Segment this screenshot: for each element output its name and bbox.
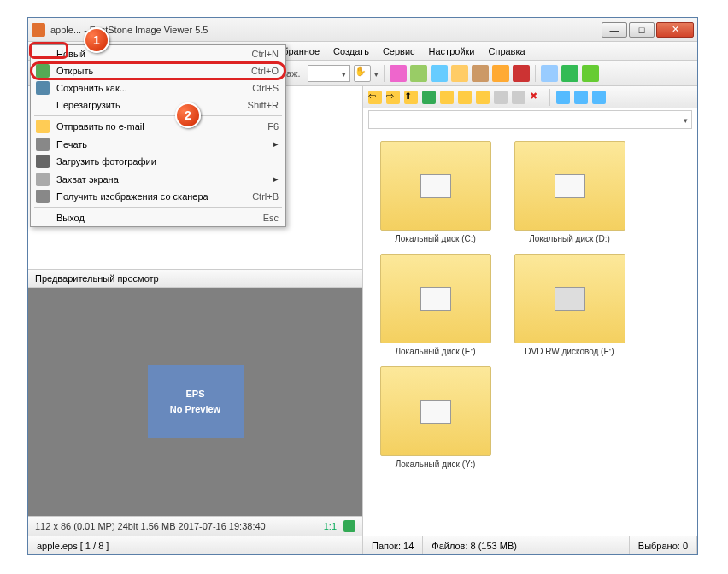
status-selected: Выбрано: 0 — [630, 536, 697, 554]
drive-folder-icon — [380, 141, 491, 231]
folder-icon[interactable] — [458, 91, 472, 104]
toolbar-dropdown[interactable] — [308, 65, 350, 82]
app-icon — [32, 23, 45, 37]
preview-info-bar: 112 x 86 (0.01 MP) 24bit 1.56 MB 2017-07… — [28, 516, 362, 536]
camera-icon — [36, 155, 50, 168]
view-details-icon[interactable] — [574, 91, 588, 104]
menu-exit[interactable]: Выход Esc — [31, 209, 285, 226]
nav-toolbar: ⇦ ⇨ ⬆ ✖ — [363, 86, 697, 108]
drive-c[interactable]: Локальный диск (C:) — [373, 141, 497, 243]
history-icon[interactable] — [476, 91, 490, 104]
no-preview-label: No Preview — [170, 404, 220, 414]
drive-folder-icon — [514, 254, 625, 343]
callout-1: 1 — [84, 27, 109, 53]
minimize-button[interactable]: — — [602, 22, 627, 38]
zoom-ratio: 1:1 — [324, 521, 337, 531]
tool-icon[interactable] — [561, 65, 578, 82]
print-icon — [36, 138, 50, 151]
drive-folder-icon — [380, 254, 491, 343]
open-icon — [36, 64, 50, 78]
tool-icon[interactable] — [390, 65, 407, 82]
menu-reload[interactable]: Перезагрузить Shift+R — [31, 97, 285, 114]
menu-create[interactable]: Создать — [326, 44, 376, 59]
drive-folder-icon — [514, 141, 625, 231]
forward-icon[interactable]: ⇨ — [386, 91, 400, 104]
drive-f-dvd[interactable]: DVD RW дисковод (F:) — [508, 254, 631, 356]
tool-icon[interactable] — [451, 65, 468, 82]
view-large-icon[interactable] — [556, 91, 570, 104]
maximize-button[interactable]: □ — [629, 22, 655, 38]
menu-new[interactable]: Новый Ctrl+N — [31, 45, 285, 62]
menu-send-email[interactable]: Отправить по e-mail F6 — [31, 118, 285, 135]
menu-scanner[interactable]: Получить изображения со сканера Ctrl+B — [31, 188, 285, 205]
path-bar[interactable] — [368, 110, 692, 129]
scanner-icon — [36, 190, 50, 203]
status-filename: apple.eps [ 1 / 8 ] — [28, 536, 363, 554]
right-panel: ⇦ ⇨ ⬆ ✖ Локальный диск (C:) — [363, 86, 697, 536]
menu-screen-capture[interactable]: Захват экрана ▸ — [31, 170, 285, 188]
hand-tool-icon[interactable]: ✋ — [354, 65, 371, 82]
menu-print[interactable]: Печать ▸ — [31, 135, 285, 153]
copy-icon[interactable] — [494, 91, 508, 104]
close-button[interactable]: ✕ — [656, 22, 694, 38]
submenu-arrow-icon: ▸ — [273, 138, 279, 149]
window-title: apple... - FastStone Image Viewer 5.5 — [50, 25, 600, 35]
save-icon — [36, 81, 50, 95]
drive-y[interactable]: Локальный диск (Y:) — [373, 366, 497, 469]
preview-area[interactable]: EPS No Preview — [28, 288, 362, 516]
menu-separator — [34, 115, 282, 116]
up-icon[interactable]: ⬆ — [404, 91, 418, 104]
email-icon — [36, 120, 50, 133]
drive-e[interactable]: Локальный диск (E:) — [373, 254, 497, 356]
tool-icon[interactable] — [541, 65, 558, 82]
menu-help[interactable]: Справка — [481, 44, 531, 59]
view-list-icon[interactable] — [592, 91, 606, 104]
tool-icon[interactable] — [472, 65, 489, 82]
tool-icon[interactable] — [513, 65, 530, 82]
menu-save-as[interactable]: Сохранить как... Ctrl+S — [31, 79, 285, 97]
menu-separator — [34, 207, 282, 208]
callout-2: 2 — [175, 102, 201, 128]
eps-label: EPS — [185, 389, 204, 399]
titlebar: apple... - FastStone Image Viewer 5.5 — … — [28, 18, 697, 42]
drive-folder-icon — [380, 366, 491, 456]
drives-area: Локальный диск (C:) Локальный диск (D:) … — [363, 131, 697, 536]
preview-thumbnail: EPS No Preview — [148, 365, 244, 438]
file-dropdown-menu: Новый Ctrl+N Открыть Ctrl+O Сохранить ка… — [30, 44, 286, 227]
tool-icon[interactable] — [582, 65, 599, 82]
capture-icon — [36, 173, 50, 186]
statusbar: apple.eps [ 1 / 8 ] Папок: 14 Файлов: 8 … — [28, 536, 697, 554]
fullscreen-icon[interactable] — [343, 520, 355, 532]
folder-icon[interactable] — [440, 91, 454, 104]
back-icon[interactable]: ⇦ — [368, 91, 382, 104]
menu-download-photos[interactable]: Загрузить фотографии — [31, 153, 285, 170]
drive-d[interactable]: Локальный диск (D:) — [508, 141, 631, 243]
refresh-icon[interactable] — [422, 91, 436, 104]
move-icon[interactable] — [512, 91, 525, 104]
image-info-text: 112 x 86 (0.01 MP) 24bit 1.56 MB 2017-07… — [35, 521, 266, 531]
status-folders: Папок: 14 — [363, 536, 423, 554]
status-files: Файлов: 8 (153 MB) — [423, 536, 630, 554]
tool-icon[interactable] — [431, 65, 448, 82]
submenu-arrow-icon: ▸ — [273, 173, 279, 184]
menu-tools[interactable]: Сервис — [376, 44, 422, 59]
menu-open[interactable]: Открыть Ctrl+O — [31, 62, 285, 79]
delete-icon[interactable]: ✖ — [530, 91, 543, 104]
menu-settings[interactable]: Настройки — [422, 44, 482, 59]
tool-icon[interactable] — [492, 65, 509, 82]
tool-icon[interactable] — [410, 65, 427, 82]
preview-header: Предварительный просмотр — [28, 269, 362, 288]
